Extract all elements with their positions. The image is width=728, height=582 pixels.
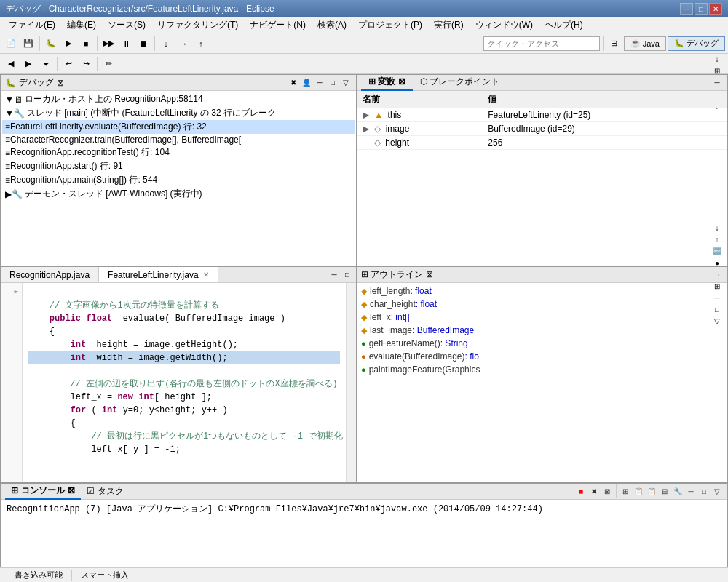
tree-frame-0[interactable]: ≡ FeatureLeftLinerity.evaluate(BufferedI… [2,120,355,134]
outline-action-5[interactable]: ○ [711,269,723,281]
prev-edit-button[interactable]: ↩ [60,56,76,72]
expand-this[interactable]: ▶ [363,110,369,120]
console-stop-btn[interactable]: ■ [575,485,587,497]
console-text: RecognitionApp (7) [Java アプリケーション] C:¥Pr… [7,504,543,514]
tree-frame-4[interactable]: ≡ RecognitionApp.main(String[]) 行: 544 [2,173,355,187]
var-row-height[interactable]: ◇ height 256 [357,136,727,150]
console-action-3[interactable]: ⊠ [601,485,613,497]
outline-evaluate[interactable]: ● evaluate(BufferedImage) : flo [358,350,726,363]
outline-left-x[interactable]: ◆ left_x : int[] [358,311,726,324]
step-over-button[interactable]: → [175,36,191,52]
debug-perspective-button[interactable]: 🐛 デバッグ [668,36,725,51]
maximize-button[interactable]: □ [695,3,708,15]
code-line-leftx: left_x = new int[ height ]; [28,391,340,404]
menu-item-a[interactable]: 検索(A) [312,17,352,33]
menu-item-s[interactable]: ソース(S) [102,17,151,33]
next-edit-button[interactable]: ↪ [78,56,94,72]
console-chevron[interactable]: ▽ [711,485,723,497]
code-line-blank2 [28,364,340,378]
outline-action-2[interactable]: ↑ [711,234,723,246]
console-tabs: ⊞ コンソール ⊠ ☑ タスク [5,483,575,500]
menu-item-w[interactable]: ウィンドウ(W) [470,17,539,33]
console-action-4[interactable]: ⊞ [620,485,631,497]
step-return-button[interactable]: ↑ [193,36,209,52]
tree-root[interactable]: ▼ 🖥 ローカル・ホスト上の RecognitionApp:58114 [2,92,355,106]
forward-button[interactable]: ▶ [20,56,36,72]
console-action-5[interactable]: 📋 [633,485,644,497]
tab-tasks[interactable]: ☑ タスク [81,483,130,500]
debug-button[interactable]: 🐛 [43,36,59,52]
back-button[interactable]: ◀ [3,56,19,72]
variables-action-1[interactable]: ↓ [711,54,723,65]
debug-maximize[interactable]: □ [327,77,339,89]
tree-frame-3[interactable]: ≡ RecognitionApp.start() 行: 91 [2,159,355,173]
console-clear-btn[interactable]: ✖ [588,485,600,497]
editor-tab-feature[interactable]: FeatureLeftLinerity.java ✕ [99,267,218,282]
outline-panel: ⊞ アウトライン ⊠ ↓ ↑ 🔤 ● ○ ⊞ ─ □ ▽ [357,267,728,483]
terminate-button[interactable]: ⏹ [135,36,151,52]
tree-frame-1[interactable]: ≡ CharacterRecognizer.train(BufferedImag… [2,134,355,146]
console-action-7[interactable]: ⊟ [659,485,670,497]
code-line-blank1 [28,286,340,299]
console-action-6[interactable]: 📋 [646,485,657,497]
var-row-this[interactable]: ▶ ▲ this FeatureLeftLinerity (id=25) [357,108,727,122]
debug-chevron[interactable]: ▽ [340,77,352,89]
hist-button[interactable]: ⏷ [38,56,54,72]
tree-daemon-thread[interactable]: ▶ 🔧 デーモン・スレッド [AWT-Windows] (実行中) [2,187,355,201]
quick-access-input[interactable] [483,36,600,51]
outline-get-feature-name[interactable]: ● getFeatureName() : String [358,337,726,350]
new-button[interactable]: 📄 [3,36,19,52]
expand-image[interactable]: ▶ [363,124,369,134]
variables-action-2[interactable]: ⊞ [711,65,723,77]
menu-item-t[interactable]: リファクタリング(T) [151,17,244,33]
outline-action-1[interactable]: ↓ [711,223,723,234]
outline-action-3[interactable]: 🔤 [711,246,723,258]
open-perspective-button[interactable]: ⊞ [606,36,622,52]
menu-item-e[interactable]: 編集(E) [61,17,102,33]
feature-tab-label: FeatureLeftLinerity.java [108,270,199,280]
suspend-button[interactable]: ⏸ [118,36,134,52]
java-perspective-button[interactable]: ☕ Java [624,36,666,51]
resume-button[interactable]: ▶▶ [100,36,116,52]
var-row-image[interactable]: ▶ ◇ image BufferedImage (id=29) [357,122,727,136]
variables-data-table: 名前 値 ▶ ▲ this FeatureLeftLinerity (id=25… [357,91,727,150]
debug-minimize[interactable]: ─ [314,77,325,89]
run-button[interactable]: ▶ [60,36,76,52]
editor-minimize[interactable]: ─ [328,269,340,281]
step-into-button[interactable]: ↓ [158,36,174,52]
tree-thread[interactable]: ▼ 🔧 スレッド [main] (中断中 (FeatureLeftLinerit… [2,106,355,120]
outline-paint-image[interactable]: ● paintImageFeature(Graphics [358,363,726,376]
console-maximize[interactable]: □ [698,485,710,497]
console-badge: ⊠ [68,485,75,495]
workspace: 🐛 デバッグ ⊠ ✖ 👤 ─ □ ▽ ▼ 🖥 ローカル・ホスト上の Recogn… [0,74,728,567]
editor-tab-recognition[interactable]: RecognitionApp.java [1,267,99,282]
tab-variables[interactable]: ⊞ 変数 ⊠ [361,74,413,91]
outline-left-length[interactable]: ◆ left_length : float [358,284,726,298]
separator-5 [57,57,58,71]
outline-action-4[interactable]: ● [711,258,723,269]
menu-item-e[interactable]: ファイル(E) [3,17,61,33]
debug-action-2[interactable]: 👤 [301,77,312,89]
menu-item-h[interactable]: ヘルプ(H) [539,17,589,33]
menu-item-r[interactable]: 実行(R) [428,17,470,33]
stop-button[interactable]: ■ [78,36,94,52]
outline-char-height[interactable]: ◆ char_height : float [358,298,726,311]
editor-maximize[interactable]: □ [341,269,353,281]
tree-frame-2[interactable]: ≡ RecognitionApp.recognitionTest() 行: 10… [2,146,355,159]
tab-breakpoints[interactable]: ⬡ ブレークポイント [413,74,507,91]
code-editor[interactable]: // 文字画像から1次元の特徴量を計算する public float evalu… [23,283,346,482]
console-action-8[interactable]: 🔧 [672,485,684,497]
console-minimize[interactable]: ─ [685,485,697,497]
close-button[interactable]: ✕ [709,3,722,15]
code-scrollbar[interactable] [346,283,356,482]
menu-item-n[interactable]: ナビゲート(N) [244,17,312,33]
minimize-button[interactable]: ─ [680,3,693,15]
extra-button[interactable]: ✏ [100,56,116,72]
debug-action-1[interactable]: ✖ [288,77,299,89]
outline-last-image[interactable]: ◆ last_image : BufferedImage [358,324,726,337]
save-button[interactable]: 💾 [20,36,36,52]
menu-item-p[interactable]: プロジェクト(P) [352,17,428,33]
tab-console[interactable]: ⊞ コンソール ⊠ [5,483,81,500]
tab-close-button[interactable]: ✕ [203,271,209,279]
variables-minimize[interactable]: ─ [711,77,723,89]
